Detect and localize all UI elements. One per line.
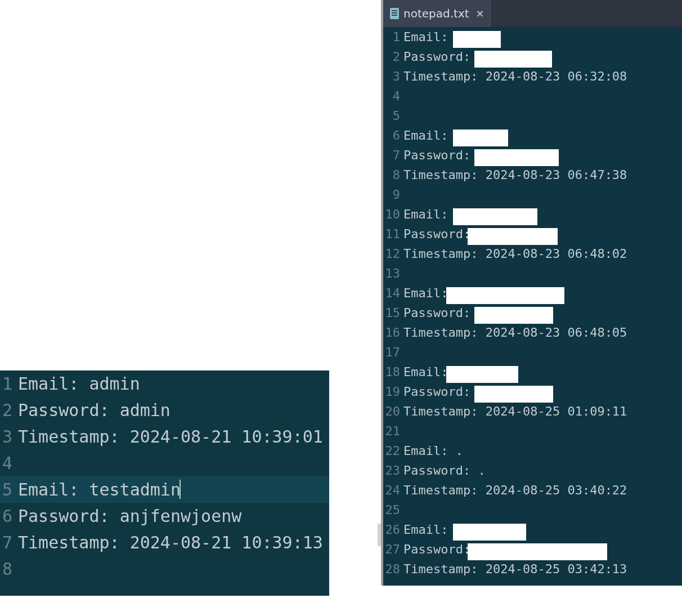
line-number: 9 xyxy=(383,188,403,202)
line-content[interactable]: Password: xyxy=(403,542,682,556)
line-number: 3 xyxy=(383,69,403,83)
code-line[interactable]: 15Password: xyxy=(383,303,682,323)
line-number: 11 xyxy=(383,227,403,241)
line-number: 16 xyxy=(383,325,403,340)
code-line[interactable]: 3Timestamp: 2024-08-23 06:32:08 xyxy=(383,66,682,86)
line-number: 6 xyxy=(0,506,15,526)
field-label: Email: xyxy=(403,286,448,300)
code-line[interactable]: 28Timestamp: 2024-08-25 03:42:13 xyxy=(383,559,682,579)
line-content[interactable]: Password: xyxy=(403,148,682,162)
redaction-box xyxy=(474,51,552,68)
code-line[interactable]: 27Password: xyxy=(383,539,682,559)
line-content[interactable]: Password: xyxy=(403,227,682,241)
field-value: 2024-08-23 06:32:08 xyxy=(486,69,627,83)
code-line[interactable]: 4 xyxy=(0,450,329,476)
line-content[interactable]: Timestamp: 2024-08-23 06:47:38 xyxy=(403,168,682,182)
line-content[interactable]: Password: anjfenwjoenw xyxy=(15,506,329,526)
tab-bar: notepad.txt × xyxy=(383,0,682,27)
field-label: Email: xyxy=(403,207,456,221)
code-line[interactable]: 6Password: anjfenwjoenw xyxy=(0,503,329,529)
line-number: 17 xyxy=(383,345,403,359)
line-content[interactable]: Email: testadmin xyxy=(15,480,329,499)
code-area-right[interactable]: 1Email: 2Password: 3Timestamp: 2024-08-2… xyxy=(383,27,682,579)
code-line[interactable]: 7Password: xyxy=(383,145,682,165)
code-line[interactable]: 7Timestamp: 2024-08-21 10:39:13 xyxy=(0,529,329,556)
field-label: Email: xyxy=(18,480,89,499)
line-number: 13 xyxy=(383,266,403,280)
code-line[interactable]: 1Email: xyxy=(383,27,682,47)
line-content[interactable]: Password: xyxy=(403,306,682,320)
editor-pane-left: 1Email: admin2Password: admin3Timestamp:… xyxy=(0,371,329,596)
line-content[interactable]: Email: admin xyxy=(15,374,329,394)
code-line[interactable]: 3Timestamp: 2024-08-21 10:39:01 xyxy=(0,423,329,450)
line-number: 2 xyxy=(383,50,403,64)
code-line[interactable]: 9 xyxy=(383,185,682,204)
line-content[interactable]: Timestamp: 2024-08-23 06:32:08 xyxy=(403,69,682,83)
redaction-box xyxy=(453,130,508,146)
line-content[interactable]: Email: xyxy=(403,523,682,537)
tab-label: notepad.txt xyxy=(403,7,469,20)
line-content[interactable]: Email: xyxy=(403,207,682,221)
code-line[interactable]: 2Password: admin xyxy=(0,397,329,423)
code-line[interactable]: 23Password: . xyxy=(383,461,682,480)
line-content[interactable]: Timestamp: 2024-08-25 01:09:11 xyxy=(403,404,682,418)
code-line[interactable]: 13 xyxy=(383,264,682,283)
code-line[interactable]: 18Email: xyxy=(383,362,682,382)
code-line[interactable]: 26Email: xyxy=(383,520,682,539)
field-value: 2024-08-21 10:39:01 xyxy=(130,427,323,447)
code-area-left[interactable]: 1Email: admin2Password: admin3Timestamp:… xyxy=(0,371,329,582)
field-label: Password: xyxy=(403,50,478,64)
editor-pane-right: notepad.txt × 1Email: 2Password: 3Timest… xyxy=(381,0,682,586)
code-line[interactable]: 17 xyxy=(383,342,682,362)
field-label: Timestamp: xyxy=(403,562,486,576)
line-content[interactable]: Password: xyxy=(403,385,682,399)
line-content[interactable]: Email: xyxy=(403,365,682,379)
line-content[interactable]: Timestamp: 2024-08-25 03:42:13 xyxy=(403,562,682,576)
line-number: 27 xyxy=(383,542,403,556)
line-content[interactable]: Timestamp: 2024-08-23 06:48:05 xyxy=(403,325,682,340)
code-line[interactable]: 8Timestamp: 2024-08-23 06:47:38 xyxy=(383,165,682,185)
code-line[interactable]: 5 xyxy=(383,106,682,126)
code-line[interactable]: 5Email: testadmin xyxy=(0,476,329,503)
field-label: Password: xyxy=(403,306,478,320)
code-line[interactable]: 16Timestamp: 2024-08-23 06:48:05 xyxy=(383,323,682,342)
code-line[interactable]: 1Email: admin xyxy=(0,371,329,397)
field-label: Password: xyxy=(403,463,478,477)
line-number: 19 xyxy=(383,385,403,399)
code-line[interactable]: 25 xyxy=(383,500,682,520)
code-line[interactable]: 24Timestamp: 2024-08-25 03:40:22 xyxy=(383,480,682,500)
code-line[interactable]: 14Email: xyxy=(383,283,682,303)
line-content[interactable]: Timestamp: 2024-08-21 10:39:13 xyxy=(15,533,329,552)
field-label: Email: xyxy=(403,30,456,44)
line-number: 7 xyxy=(0,533,15,552)
line-content[interactable]: Email: xyxy=(403,286,682,300)
redaction-box xyxy=(453,31,501,48)
line-content[interactable]: Timestamp: 2024-08-25 03:40:22 xyxy=(403,483,682,497)
file-icon xyxy=(390,8,399,19)
line-content[interactable]: Password: admin xyxy=(15,400,329,420)
line-content[interactable]: Timestamp: 2024-08-21 10:39:01 xyxy=(15,427,329,447)
line-content[interactable]: Email: xyxy=(403,128,682,142)
tab-notepad[interactable]: notepad.txt × xyxy=(383,0,492,27)
line-content[interactable]: Password: . xyxy=(403,463,682,477)
code-line[interactable]: 2Password: xyxy=(383,47,682,66)
code-line[interactable]: 4 xyxy=(383,86,682,106)
code-line[interactable]: 12Timestamp: 2024-08-23 06:48:02 xyxy=(383,244,682,264)
line-content[interactable]: Password: xyxy=(403,50,682,64)
line-number: 1 xyxy=(0,374,15,394)
line-content[interactable]: Email: xyxy=(403,30,682,44)
code-line[interactable]: 11Password: xyxy=(383,224,682,244)
code-line[interactable]: 20Timestamp: 2024-08-25 01:09:11 xyxy=(383,401,682,421)
line-number: 14 xyxy=(383,286,403,300)
code-line[interactable]: 19Password: xyxy=(383,382,682,401)
code-line[interactable]: 21 xyxy=(383,421,682,441)
code-line[interactable]: 6Email: xyxy=(383,126,682,145)
code-line[interactable]: 10Email: xyxy=(383,204,682,224)
code-line[interactable]: 22Email: . xyxy=(383,441,682,461)
line-content[interactable]: Timestamp: 2024-08-23 06:48:02 xyxy=(403,247,682,261)
code-line[interactable]: 8 xyxy=(0,556,329,582)
line-content[interactable]: Email: . xyxy=(403,444,682,458)
line-number: 1 xyxy=(383,30,403,44)
close-icon[interactable]: × xyxy=(476,8,484,19)
field-label: Password: xyxy=(403,227,470,241)
